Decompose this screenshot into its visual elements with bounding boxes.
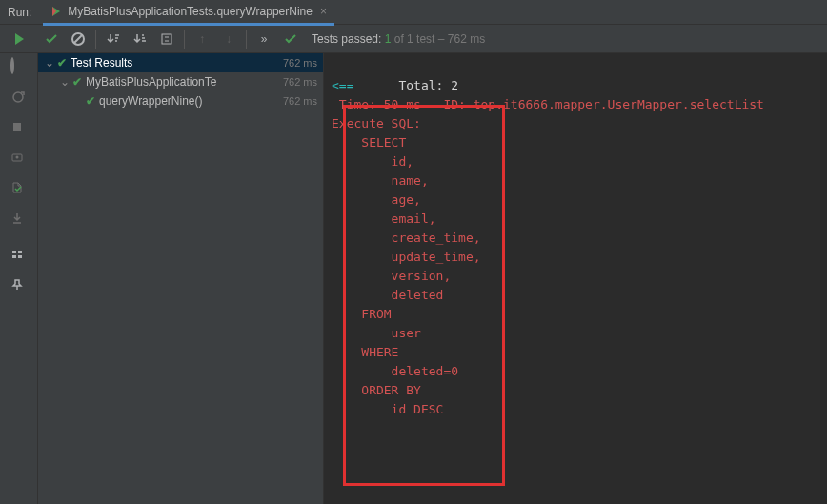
check-icon: ✔ [86,94,95,108]
svg-line-1 [74,35,82,43]
tree-root-label: Test Results [71,56,132,70]
console-exec-label: Execute SQL: [332,116,421,131]
svg-rect-2 [162,34,171,44]
pin-button[interactable] [10,278,28,295]
check-icon: ✔ [72,75,82,89]
next-failed-button[interactable]: ↓ [217,28,240,50]
tree-test-time: 762 ms [283,95,317,107]
layout-button[interactable] [10,248,28,265]
rerun-button[interactable] [10,59,28,76]
chevron-down-icon[interactable]: ⌄ [59,75,71,89]
tab-title: MyBatisPlusApplicationTests.queryWrapper… [68,5,313,18]
svg-point-8 [15,156,18,159]
svg-rect-12 [18,255,22,258]
tree-suite-label: MyBatisPlusApplicationTe [86,75,216,89]
tree-test-label: queryWrapperNine() [99,94,203,108]
test-status-text: Tests passed: 1 of 1 test – 762 ms [312,32,485,46]
test-icon [50,6,62,17]
sort-down-button[interactable] [102,28,125,50]
run-header: Run: MyBatisPlusApplicationTests.queryWr… [0,0,827,25]
console-sql: SELECT id, name, age, email, create_time… [332,135,481,416]
separator [95,30,96,49]
svg-rect-10 [18,251,22,253]
tests-passed-time: – 762 ms [438,32,485,46]
svg-rect-6 [13,123,21,131]
run-config-tab[interactable]: MyBatisPlusApplicationTests.queryWrapper… [43,1,334,26]
separator [184,30,185,49]
sort-alpha-button[interactable] [129,28,151,50]
show-ignored-button[interactable] [67,28,90,50]
prev-failed-button[interactable]: ↑ [191,28,213,50]
tests-passed-of: of 1 test [394,32,435,46]
tests-passed-count: 1 [385,32,392,46]
svg-point-5 [13,92,23,102]
run-label: Run: [8,6,31,19]
export-tests-button[interactable] [10,212,28,229]
import-tests-button[interactable] [10,181,28,198]
expand-all-button[interactable] [155,28,178,50]
test-pass-check-icon [279,28,302,50]
separator [246,30,247,49]
check-icon: ✔ [57,56,67,70]
tests-passed-label: Tests passed: [312,32,381,46]
test-toolbar: ↑ ↓ » Tests passed: 1 of 1 test – 762 ms [0,25,827,53]
test-tree[interactable]: ⌄ ✔ Test Results 762 ms ⌄ ✔ MyBatisPlusA… [38,53,324,504]
svg-rect-9 [12,251,16,253]
tree-suite[interactable]: ⌄ ✔ MyBatisPlusApplicationTe 762 ms [38,72,323,91]
toggle-auto-test-button[interactable] [10,90,28,107]
console-total-label: Total: [398,78,443,92]
tree-root-time: 762 ms [283,57,317,69]
console-arrow: <== [332,78,353,92]
tree-root[interactable]: ⌄ ✔ Test Results 762 ms [38,53,323,72]
console-output[interactable]: <== Total: 2 Time: 50 ms - ID: top.it666… [324,53,827,504]
close-icon[interactable]: × [320,5,327,18]
console-total-value: 2 [451,78,458,92]
run-button[interactable] [8,28,30,50]
show-passed-button[interactable] [40,28,63,50]
dump-threads-button[interactable] [10,151,28,168]
console-timing-line: Time: 50 ms - ID: top.it6666.mapper.User… [332,97,764,111]
svg-rect-11 [12,255,16,258]
body-area: ⌄ ✔ Test Results 762 ms ⌄ ✔ MyBatisPlusA… [0,53,827,504]
tree-suite-time: 762 ms [283,76,317,88]
left-gutter [0,53,38,504]
show-passed-toggle[interactable]: » [252,28,275,50]
stop-button[interactable] [10,120,28,137]
chevron-down-icon[interactable]: ⌄ [44,56,55,70]
tree-test[interactable]: ✔ queryWrapperNine() 762 ms [38,91,323,111]
